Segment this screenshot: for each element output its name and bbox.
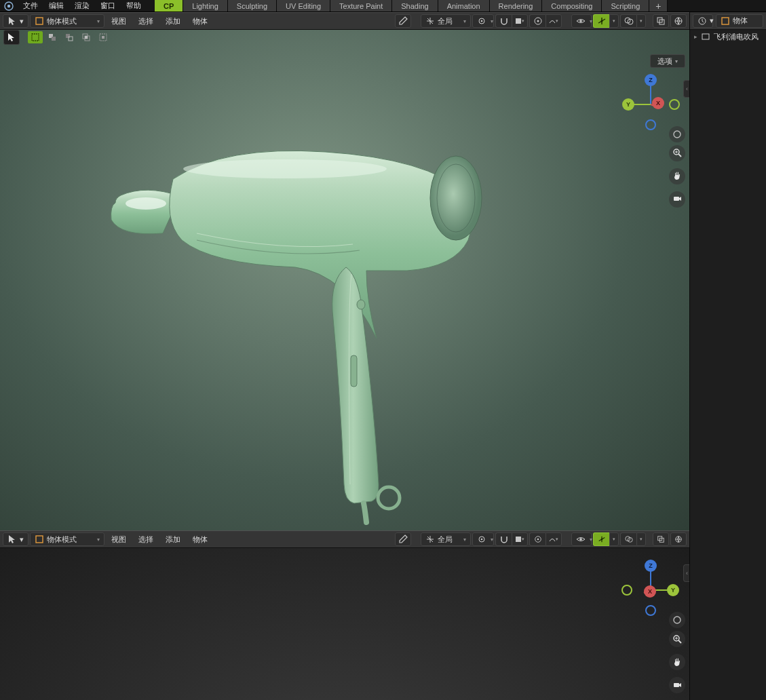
svg-point-48 — [481, 539, 483, 541]
viewport-canvas[interactable]: 选项 ▾ ‹ Z Y X — [0, 30, 689, 530]
transform-orientation[interactable]: 全局▾ — [421, 532, 471, 546]
right-mode-selector[interactable]: 物体 — [716, 14, 763, 28]
select-new[interactable] — [28, 31, 43, 43]
n-panel-toggle[interactable]: ‹ — [683, 80, 689, 98]
svg-point-25 — [126, 197, 166, 210]
svg-point-39 — [670, 100, 679, 109]
menu-render[interactable]: 渲染 — [69, 0, 95, 12]
menu-object[interactable]: 物体 — [187, 531, 213, 547]
tab-shading[interactable]: Shading — [392, 0, 438, 12]
nav-zoom[interactable] — [669, 145, 685, 161]
show-gizmo-toggle[interactable] — [593, 532, 609, 546]
menu-window[interactable]: 窗口 — [95, 0, 121, 12]
prop-edit-toggle[interactable] — [529, 532, 545, 546]
gizmo-menu[interactable]: ▾ — [609, 532, 619, 546]
mode-label: 物体模式 — [47, 16, 77, 26]
select-invert[interactable] — [96, 31, 111, 43]
menu-edit[interactable]: 编辑 — [43, 0, 69, 12]
svg-rect-46 — [36, 536, 43, 543]
outliner-body[interactable] — [690, 43, 766, 700]
xray-toggle[interactable] — [653, 532, 669, 546]
object-icon — [721, 16, 730, 26]
svg-rect-18 — [66, 34, 70, 38]
mode-selector[interactable]: 物体模式 ▾ — [30, 14, 104, 28]
tool-cursor[interactable] — [3, 30, 20, 45]
nav-camera[interactable] — [669, 677, 685, 693]
overlay-toggle[interactable] — [620, 14, 636, 28]
select-subtract[interactable] — [62, 31, 77, 43]
shading-wireframe[interactable] — [670, 14, 687, 28]
tab-scripting[interactable]: Scripting — [602, 0, 649, 12]
3d-viewport-lower: ▾ 物体模式 ▾ 视图 选择 添加 物体 全局▾ ▾ ▾ ▾ ▾ ▾ ▾ — [0, 530, 689, 700]
menu-help[interactable]: 帮助 — [121, 0, 147, 12]
snap-toggle[interactable] — [495, 14, 512, 28]
outliner-item[interactable]: ▸ 飞利浦电吹风 — [690, 30, 766, 43]
menu-file[interactable]: 文件 — [18, 0, 43, 12]
object-icon — [35, 534, 44, 544]
gizmo-menu[interactable]: ▾ — [609, 14, 619, 28]
visibility-menu[interactable]: ▾ — [571, 532, 592, 546]
gizmo-group: ▾ — [593, 14, 619, 28]
overlay-toggle[interactable] — [620, 532, 636, 546]
prop-edit-falloff[interactable]: ▾ — [545, 532, 562, 546]
menu-add[interactable]: 添加 — [160, 531, 186, 547]
mode-selector[interactable]: 物体模式 ▾ — [30, 532, 104, 546]
eyedropper-button[interactable] — [395, 532, 411, 546]
tab-cp[interactable]: CP — [155, 0, 183, 12]
visibility-menu[interactable]: ▾ — [571, 14, 592, 28]
nav-zoom[interactable] — [669, 631, 685, 647]
xray-toggle[interactable] — [653, 14, 669, 28]
blender-logo[interactable] — [0, 0, 18, 12]
prop-edit-falloff[interactable]: ▾ — [545, 14, 562, 28]
tab-animation[interactable]: Animation — [438, 0, 490, 12]
menu-select[interactable]: 选择 — [133, 13, 159, 29]
axis-gizmo[interactable]: Z Y X — [620, 558, 681, 619]
n-panel-toggle[interactable]: ‹ — [683, 564, 689, 582]
pivot-menu[interactable]: ▾ — [472, 14, 494, 28]
tab-rendering[interactable]: Rendering — [490, 0, 543, 12]
nav-pan[interactable] — [669, 654, 685, 670]
tab-lighting[interactable]: Lighting — [183, 0, 228, 12]
tab-texture-paint[interactable]: Texture Paint — [330, 0, 392, 12]
magnet-icon — [499, 16, 509, 26]
axis-gizmo[interactable]: Z Y X — [620, 72, 681, 133]
select-extend[interactable] — [45, 31, 60, 43]
editor-type-menu[interactable]: ▾ — [3, 14, 28, 28]
viewport-header: ▾ 物体模式 ▾ 视图 选择 添加 物体 全局 ▾ ▾ ▾ — [0, 12, 689, 30]
viewport-canvas-lower[interactable]: ‹ Z Y X — [0, 548, 689, 700]
snap-type[interactable]: ▾ — [512, 532, 528, 546]
show-gizmo-toggle[interactable] — [593, 14, 609, 28]
shading-wireframe[interactable] — [670, 532, 687, 546]
pivot-menu[interactable]: ▾ — [472, 532, 494, 546]
menu-object[interactable]: 物体 — [187, 13, 213, 29]
hand-icon — [672, 171, 682, 182]
tab-sculpting[interactable]: Sculpting — [228, 0, 277, 12]
tab-compositing[interactable]: Compositing — [542, 0, 602, 12]
nav-pan[interactable] — [669, 168, 685, 184]
prop-edit-toggle[interactable] — [529, 14, 545, 28]
overlay-menu[interactable]: ▾ — [636, 14, 646, 28]
svg-rect-49 — [516, 537, 521, 542]
menu-select[interactable]: 选择 — [133, 531, 159, 547]
snap-type[interactable]: ▾ — [512, 14, 528, 28]
model-hairdryer[interactable] — [109, 132, 489, 525]
tab-add[interactable]: + — [649, 0, 668, 12]
clock-icon — [697, 16, 707, 26]
editor-type-menu[interactable]: ▾ — [3, 532, 28, 546]
svg-rect-77 — [722, 18, 729, 24]
menu-view[interactable]: 视图 — [106, 531, 132, 547]
menu-add[interactable]: 添加 — [160, 13, 186, 29]
nav-orbit[interactable] — [669, 612, 685, 628]
menu-view[interactable]: 视图 — [106, 13, 132, 29]
eyedropper-button[interactable] — [395, 14, 411, 28]
transform-orientation[interactable]: 全局 ▾ — [421, 14, 471, 28]
nav-camera[interactable] — [669, 191, 685, 208]
right-editor-type[interactable]: ▾ — [693, 14, 713, 28]
viewport-options[interactable]: 选项 ▾ — [650, 54, 685, 68]
snap-toggle[interactable] — [495, 532, 512, 546]
nav-orbit[interactable] — [669, 126, 685, 142]
tab-uv-editing[interactable]: UV Editing — [277, 0, 330, 12]
select-intersect[interactable] — [79, 31, 94, 43]
overlay-menu[interactable]: ▾ — [636, 532, 646, 546]
svg-rect-78 — [702, 34, 709, 39]
